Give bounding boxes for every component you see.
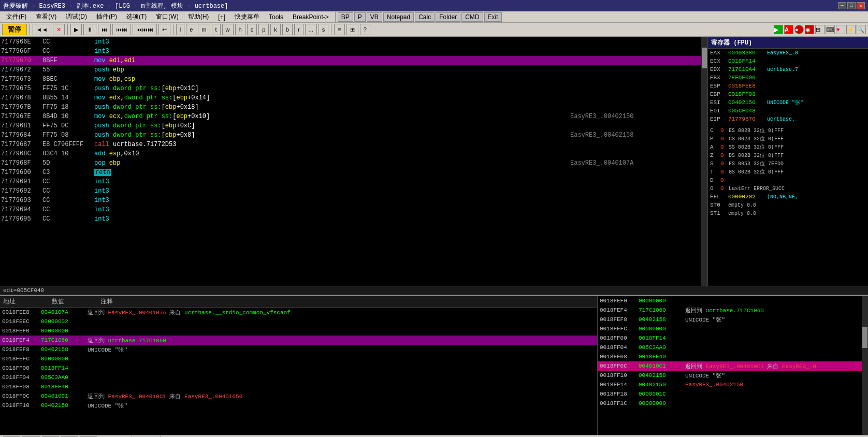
stack-right-scrollbar[interactable] — [862, 296, 868, 435]
stack-row[interactable]: 0018FF04005C3AA0 — [0, 373, 597, 382]
disasm-scroll-thumb[interactable] — [702, 48, 707, 68]
disasm-row[interactable]: 71779681FF75 0Cpush dword ptr ss:[ebp+0x… — [0, 121, 701, 130]
stack-row[interactable]: 0018FF080018FF40 — [0, 382, 597, 391]
stack-row-right[interactable]: 0018FEF800402158UNICODE "张" — [598, 315, 862, 324]
icon-a[interactable]: A — [784, 25, 793, 34]
stack-row-right[interactable]: 0018FF04005C3AA0 — [598, 343, 862, 352]
stop-button[interactable]: ✕ — [53, 24, 65, 35]
disasm-row[interactable]: 71779690C3retn — [0, 168, 701, 177]
menu-tools[interactable]: Tools — [265, 12, 287, 22]
disasm-row[interactable]: 7177968F5Dpop ebpEasyRE3_.0040107A — [0, 158, 701, 168]
stack-row-right[interactable]: 0018FF0C004010C1返回到 EasyRE3_.004010C1 来自… — [598, 361, 862, 371]
menu-notepad[interactable]: Notepad — [383, 12, 414, 22]
pause2-button[interactable]: ⏸ — [83, 24, 96, 35]
stack-row-right[interactable]: 0018FF180000001C — [598, 389, 862, 399]
rewind-button[interactable]: ◄◄ — [33, 24, 51, 35]
stack-row[interactable]: 0018FF000018FF14 — [0, 363, 597, 373]
menu-p[interactable]: P — [354, 12, 366, 22]
stack-row[interactable]: 0018FF1000402158UNICODE "张" — [0, 401, 597, 410]
btn-e[interactable]: e — [186, 24, 196, 35]
disasm-row[interactable]: 7177967BFF75 18push dword ptr ss:[ebp+0x… — [0, 103, 701, 112]
disasm-row[interactable]: 71779695CCint3 — [0, 214, 701, 224]
menu-shortcuts[interactable]: 快捷菜单 — [230, 11, 264, 22]
menu-plugin[interactable]: 插件(P) — [92, 11, 121, 22]
icon-break[interactable]: ⚡ — [846, 25, 856, 34]
stack-row[interactable]: 0018FEE80040107A返回到 EasyRE3_.0040107A 来自… — [0, 308, 597, 317]
disasm-row[interactable]: 71779694CCint3 — [0, 205, 701, 214]
disasm-row[interactable]: 7177966ECCint3 — [0, 37, 701, 47]
close-button[interactable]: ✕ — [857, 2, 865, 9]
btn-c[interactable]: c — [247, 24, 257, 35]
btn-r[interactable]: r — [294, 24, 303, 35]
menu-help[interactable]: 帮助(H) — [184, 11, 213, 22]
pause-button[interactable]: 暂停 — [2, 24, 27, 35]
btn-p2[interactable]: p — [258, 24, 269, 35]
icon-grid2[interactable]: ⊞ — [815, 25, 824, 34]
btn-list[interactable]: ≡ — [334, 24, 344, 35]
menu-plus[interactable]: [+] — [214, 12, 229, 22]
btn-k[interactable]: k — [270, 24, 281, 35]
stack-row[interactable]: 0018FEEC00000002 — [0, 317, 597, 326]
stack-row-right[interactable]: 0018FF080018FF40 — [598, 352, 862, 361]
btn-m[interactable]: m — [198, 24, 210, 35]
disasm-scrollbar[interactable] — [701, 37, 707, 286]
stack-row[interactable]: 0018FEF000000000 — [0, 326, 597, 336]
disasm-row[interactable]: 7177967255push ebp — [0, 65, 701, 75]
stack-row-right[interactable]: 0018FEF000000000 — [598, 296, 862, 305]
step3-button[interactable]: ⏮⏮⏭ — [133, 24, 157, 35]
return-button[interactable]: ↩ — [158, 24, 170, 35]
icon-decode[interactable]: 🔍 — [857, 25, 866, 34]
stack-row-right[interactable]: 0018FF1400402150EasyRE3_.00402150 — [598, 380, 862, 389]
menu-vb[interactable]: VB — [367, 12, 382, 22]
disasm-row[interactable]: 717796708BFFmov edi,edi — [0, 56, 701, 65]
step1-button[interactable]: ⏭ — [98, 24, 111, 35]
icon-speak[interactable]: ⌨ — [826, 25, 835, 34]
btn-w[interactable]: w — [222, 24, 234, 35]
disasm-row[interactable]: 71779687E8 C796FFFFcall ucrtbase.71772D5… — [0, 140, 701, 149]
step2-button[interactable]: ⏮⏭ — [112, 24, 131, 35]
menu-exit[interactable]: Exit — [484, 12, 502, 22]
btn-h[interactable]: h — [235, 24, 245, 35]
stack-row[interactable]: 0018FEFC00000000 — [0, 354, 597, 363]
stack-row[interactable]: 0018FEF800402158UNICODE "张" — [0, 345, 597, 354]
menu-view[interactable]: 查看(V) — [32, 11, 61, 22]
btn-s[interactable]: s — [319, 24, 329, 35]
btn-help[interactable]: ? — [360, 24, 370, 35]
stack-row-right[interactable]: 0018FEF4717C1060返回到 ucrtbase.717C1060 — [598, 305, 862, 315]
btn-dots[interactable]: ... — [305, 24, 317, 35]
menu-file[interactable]: 文件(F) — [2, 11, 31, 22]
icon-green[interactable]: ▶ — [774, 25, 783, 34]
disasm-row[interactable]: 71779692CCint3 — [0, 186, 701, 196]
menu-cmd[interactable]: CMD — [461, 12, 483, 22]
stack-row-right[interactable]: 0018FF1C00000000 — [598, 399, 862, 408]
disasm-row[interactable]: 7177967E8B4D 10mov ecx,dword ptr ss:[ebp… — [0, 112, 701, 121]
disasm-row[interactable]: 717796738BECmov ebp,esp — [0, 75, 701, 84]
menu-calc[interactable]: Calc — [415, 12, 435, 22]
disasm-row[interactable]: 71779684FF75 08push dword ptr ss:[ebp+0x… — [0, 130, 701, 140]
icon-red2[interactable]: ◉ — [805, 25, 814, 34]
disasm-row[interactable]: 7177966FCCint3 — [0, 47, 701, 56]
stack-right-scroll-thumb[interactable] — [862, 327, 867, 348]
disasm-row[interactable]: 71779693CCint3 — [0, 196, 701, 205]
btn-t[interactable]: t — [212, 24, 221, 35]
menu-debug[interactable]: 调试(D) — [62, 11, 91, 22]
btn-b[interactable]: b — [282, 24, 293, 35]
btn-grid[interactable]: ⊞ — [346, 24, 358, 35]
disasm-row[interactable]: 71779675FF75 1Cpush dword ptr ss:[ebp+0x… — [0, 84, 701, 93]
disasm-row[interactable]: 71779691CCint3 — [0, 177, 701, 186]
btn-l[interactable]: l — [176, 24, 184, 35]
stack-row[interactable]: 0018FF0C004010C1返回到 EasyRE3_.004010C1 来自… — [0, 391, 597, 401]
stack-row[interactable]: 0018FEF4717C1060返回到 ucrtbase.717C1060 — [0, 336, 597, 345]
icon-red-circle[interactable]: ● — [794, 25, 804, 34]
menu-folder[interactable]: Folder — [436, 12, 460, 22]
play-button[interactable]: ▶ — [70, 24, 82, 35]
minimize-button[interactable]: ─ — [838, 2, 846, 9]
icon-heart[interactable]: ♥ — [836, 25, 845, 34]
stack-row-right[interactable]: 0018FF1000402158UNICODE "张" — [598, 371, 862, 380]
disasm-row[interactable]: 7177968C83C4 10add esp,0x10 — [0, 149, 701, 158]
menu-bp[interactable]: BP — [338, 12, 353, 22]
stack-row-right[interactable]: 0018FF000018FF14 — [598, 333, 862, 343]
stack-row-right[interactable]: 0018FEFC00000000 — [598, 324, 862, 333]
menu-options[interactable]: 选项(T) — [122, 11, 151, 22]
menu-breakpoint[interactable]: BreakPoint-> — [288, 12, 333, 22]
